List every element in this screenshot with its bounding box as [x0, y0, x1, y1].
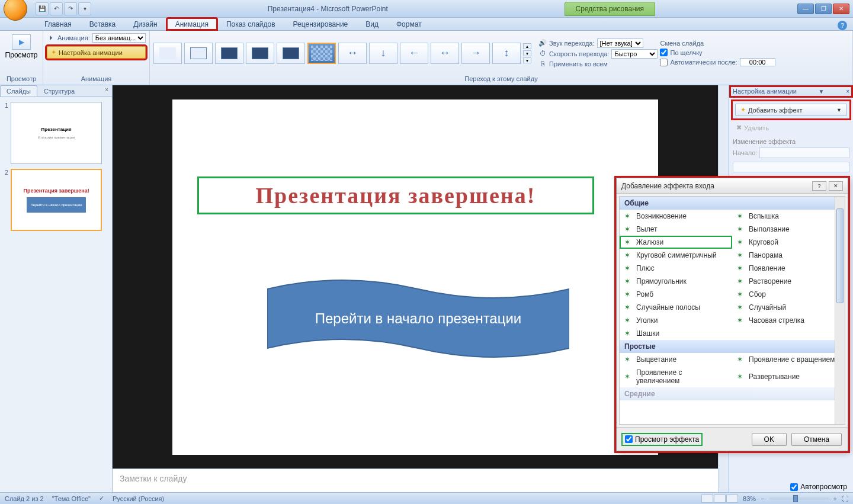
effect-item[interactable]: ✶Шашки — [620, 327, 732, 340]
preview-button[interactable]: Просмотр — [4, 32, 39, 62]
save-icon[interactable]: 💾 — [36, 2, 49, 15]
sound-select[interactable]: [Нет звука] — [597, 38, 643, 48]
apply-all-button[interactable]: ⎘Применить ко всем — [538, 60, 658, 68]
tab-insert[interactable]: Вставка — [81, 18, 125, 30]
cancel-button[interactable]: Отмена — [791, 433, 842, 446]
effect-list[interactable]: Общие ✶Возникновение✶Вспышка✶Вылет✶Выпол… — [619, 196, 845, 425]
effect-item[interactable]: ✶Случайные полосы — [620, 301, 732, 314]
tab-home[interactable]: Главная — [36, 18, 81, 30]
banner-shape[interactable]: Перейти в начало презентации — [267, 271, 569, 366]
transition-thumb[interactable]: ← — [400, 43, 428, 64]
transition-thumb[interactable] — [215, 43, 243, 64]
effect-item[interactable]: ✶Круговой — [732, 236, 845, 249]
pane-close-icon[interactable]: × — [101, 85, 112, 97]
maximize-button[interactable]: ❐ — [815, 4, 832, 14]
effect-item[interactable]: ✶Вспышка — [732, 210, 845, 223]
effect-item[interactable]: ✶Жалюзи — [620, 236, 732, 249]
transition-thumb[interactable]: → — [461, 43, 490, 64]
auto-time-input[interactable] — [740, 58, 775, 66]
effect-item[interactable]: ✶Проявление с вращением — [732, 353, 845, 366]
chevron-down-icon[interactable]: ▼ — [819, 88, 825, 95]
effect-item[interactable]: ✶Развертывание — [732, 366, 845, 387]
zoom-slider[interactable] — [769, 497, 829, 500]
sorter-view-button[interactable] — [714, 495, 726, 503]
redo-icon[interactable]: ↷ — [64, 2, 77, 15]
slide-thumbnail-2[interactable]: 2 Презентация завершена! Перейти в начал… — [5, 169, 107, 231]
pane-tab-outline[interactable]: Структура — [37, 85, 81, 97]
effect-item[interactable]: ✶Появление — [732, 262, 845, 275]
zoom-out-button[interactable]: − — [761, 495, 764, 502]
add-effect-button[interactable]: ✦ Добавить эффект ▼ — [735, 104, 847, 116]
effect-item[interactable] — [732, 327, 845, 340]
effect-item[interactable]: ✶Случайный — [732, 301, 845, 314]
autopreview-checkbox-wrap[interactable]: Автопросмотр — [790, 483, 847, 491]
effect-item[interactable]: ✶Выползание — [732, 223, 845, 236]
effect-item[interactable]: ✶Возникновение — [620, 210, 732, 223]
effect-item[interactable]: ✶Панорама — [732, 249, 845, 262]
dialog-help-button[interactable]: ? — [812, 181, 826, 191]
tab-animation[interactable]: Анимация — [166, 18, 217, 30]
transition-thumb[interactable] — [184, 43, 213, 64]
window-title: Презентация4 - Microsoft PowerPoint — [91, 5, 565, 13]
transition-thumb[interactable]: ↔ — [338, 43, 367, 64]
language[interactable]: Русский (Россия) — [113, 495, 164, 502]
slideshow-view-button[interactable] — [726, 495, 738, 503]
effect-item[interactable]: ✶Часовая стрелка — [732, 314, 845, 327]
effect-item[interactable]: ✶Растворение — [732, 275, 845, 288]
transition-thumb[interactable]: ↔ — [431, 43, 459, 64]
effect-item[interactable]: ✶Проявление с увеличением — [620, 366, 732, 387]
on-click-checkbox[interactable] — [660, 49, 668, 56]
tab-review[interactable]: Рецензирование — [284, 18, 357, 30]
animation-settings-button[interactable]: ✦ Настройка анимации — [47, 46, 146, 59]
ok-button[interactable]: OK — [752, 433, 787, 446]
zoom-in-button[interactable]: + — [833, 495, 837, 502]
fit-button[interactable]: ⛶ — [842, 495, 848, 502]
pane-close-icon[interactable]: × — [846, 88, 849, 95]
close-button[interactable]: ✕ — [833, 4, 849, 14]
contextual-tab-drawing-tools[interactable]: Средства рисования — [565, 2, 655, 16]
dialog-scrollbar[interactable] — [835, 197, 845, 424]
preview-effect-checkbox[interactable] — [625, 435, 633, 443]
tab-design[interactable]: Дизайн — [124, 18, 166, 30]
transition-thumb[interactable]: ↕ — [492, 43, 521, 64]
effect-item[interactable]: ✶Вылет — [620, 223, 732, 236]
dialog-close-button[interactable]: ✕ — [829, 181, 843, 191]
transitions-gallery[interactable]: ↔ ↓ ← ↔ → ↕ ▴▾▾ — [153, 43, 533, 64]
dialog-titlebar[interactable]: Добавление эффекта входа ? ✕ — [617, 178, 848, 194]
effect-item[interactable]: ✶Ромб — [620, 288, 732, 301]
tab-slideshow[interactable]: Показ слайдов — [217, 18, 284, 30]
effect-item[interactable]: ✶Круговой симметричный — [620, 249, 732, 262]
tab-view[interactable]: Вид — [357, 18, 387, 30]
undo-icon[interactable]: ↶ — [50, 2, 63, 15]
pane-tab-slides[interactable]: Слайды — [0, 85, 37, 97]
transition-thumb[interactable]: ↓ — [369, 43, 397, 64]
effect-item[interactable]: ✶Уголки — [620, 314, 732, 327]
effect-item[interactable]: ✶Прямоугольник — [620, 275, 732, 288]
effect-item[interactable]: ✶Выцветание — [620, 353, 732, 366]
speed-select[interactable]: Быстро — [611, 49, 658, 59]
zoom-value[interactable]: 83% — [743, 495, 756, 502]
slide-canvas[interactable]: Презентация завершена! Перейти в начало … — [172, 99, 658, 455]
slide-thumbnail-1[interactable]: 1 Презентация Иллюзия презентации — [5, 102, 107, 164]
transitions-more[interactable]: ▴▾▾ — [523, 43, 533, 63]
tab-format[interactable]: Формат — [387, 18, 431, 30]
normal-view-button[interactable] — [701, 495, 713, 503]
effect-item[interactable]: ✶Плюс — [620, 262, 732, 275]
animation-select[interactable]: Без анимац... — [92, 33, 146, 43]
minimize-button[interactable]: — — [797, 4, 814, 14]
effect-item[interactable]: ✶Сбор — [732, 288, 845, 301]
slide-title-shape[interactable]: Презентация завершена! — [197, 176, 594, 214]
transition-thumb[interactable] — [277, 43, 305, 64]
spellcheck-icon[interactable]: ✓ — [99, 495, 104, 502]
help-icon[interactable]: ? — [838, 21, 847, 30]
preview-effect-checkbox-wrap[interactable]: Просмотр эффекта — [623, 434, 701, 445]
property-dropdown[interactable] — [733, 162, 849, 172]
notes-area[interactable]: Заметки к слайду — [113, 468, 718, 492]
start-dropdown[interactable] — [759, 147, 849, 158]
auto-after-checkbox[interactable] — [660, 59, 668, 66]
transition-none[interactable] — [153, 43, 182, 64]
autopreview-checkbox[interactable] — [790, 483, 798, 491]
transition-thumb[interactable] — [246, 43, 274, 64]
transition-dissolve[interactable] — [307, 43, 336, 64]
qat-dropdown-icon[interactable]: ▾ — [78, 2, 91, 15]
